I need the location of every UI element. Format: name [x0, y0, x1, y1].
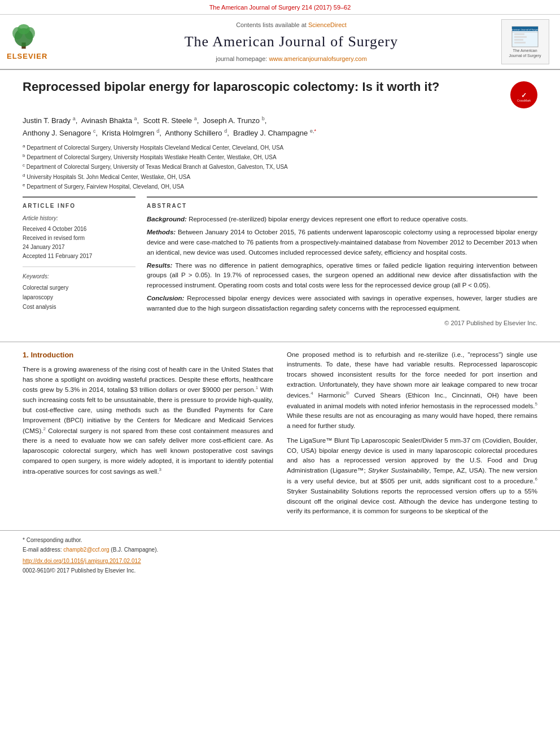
- journal-citation-text: The American Journal of Surgery 214 (201…: [209, 4, 351, 11]
- abstract-text: Background: Reprocessed (re-sterilized) …: [147, 215, 537, 327]
- body-left-col: 1. Introduction There is a growing aware…: [23, 350, 273, 521]
- author-2: Avinash Bhakta a,: [81, 116, 141, 125]
- revised-label: Received in revised form: [23, 234, 135, 243]
- author-8: Bradley J. Champagne e,*: [233, 129, 316, 137]
- affiliation-d: d University Hospitals St. John Medical …: [23, 172, 537, 181]
- journal-citation-bar: The American Journal of Surgery 214 (201…: [0, 0, 560, 15]
- email-line: E-mail address: champb2@ccf.org (B.J. Ch…: [23, 546, 537, 554]
- keyword-3: Cost analysis: [23, 302, 135, 312]
- abstract-column: ABSTRACT Background: Reprocessed (re-ste…: [147, 196, 537, 327]
- keyword-2: laparoscopy: [23, 292, 135, 302]
- author-6: Krista Holmgren d,: [102, 129, 163, 137]
- journal-logo-right-area: American Journal of Surgery The American…: [497, 19, 553, 64]
- article-main: Reprocessed bipolar energy for laparosco…: [0, 70, 560, 333]
- conclusion-text: Reprocessed bipolar energy devices were …: [147, 295, 537, 312]
- svg-text:American Journal of Surgery: American Journal of Surgery: [511, 28, 539, 31]
- elsevier-logo: ELSEVIER: [7, 22, 47, 62]
- journal-homepage-link[interactable]: www.americanjournalofsurgery.com: [269, 55, 366, 62]
- affiliation-b: b Department of Colorectal Surgery, Univ…: [23, 152, 537, 161]
- affiliations: a Department of Colorectal Surgery, Univ…: [23, 143, 537, 191]
- abstract-background: Background: Reprocessed (re-sterilized) …: [147, 215, 537, 225]
- journal-title-area: Contents lists available at ScienceDirec…: [86, 21, 497, 63]
- journal-homepage-line: journal homepage: www.americanjournalofs…: [86, 55, 497, 63]
- corresponding-email-link[interactable]: champb2@ccf.org: [63, 547, 109, 553]
- abstract-section: ABSTRACT Background: Reprocessed (re-ste…: [147, 196, 537, 327]
- elsevier-tree-icon: [7, 22, 41, 50]
- article-title: Reprocessed bipolar energy for laparosco…: [23, 79, 501, 95]
- right-intro-para-2: The LigaSure™ Blunt Tip Laparoscopic Sea…: [287, 436, 537, 517]
- svg-rect-12: [514, 42, 526, 43]
- right-intro-text: One proposed method is to refurbish and …: [287, 350, 537, 517]
- author-4: Joseph A. Trunzo b,: [203, 116, 267, 125]
- abstract-conclusion: Conclusion: Reprocessed bipolar energy d…: [147, 294, 537, 314]
- article-info-label: ARTICLE INFO: [23, 202, 135, 210]
- article-info-column: ARTICLE INFO Article history: Received 4…: [23, 196, 135, 327]
- keyword-1: Colorectal surgery: [23, 283, 135, 292]
- doi-line: http://dx.doi.org/10.1016/j.amjsurg.2017…: [23, 557, 537, 565]
- elsevier-logo-container: ELSEVIER: [7, 22, 86, 62]
- issn-line: 0002-9610/© 2017 Published by Elsevier I…: [23, 567, 537, 575]
- revised-date: 24 January 2017: [23, 243, 135, 252]
- methods-label: Methods:: [147, 229, 176, 235]
- results-label: Results:: [147, 262, 172, 269]
- article-info-section: ARTICLE INFO Article history: Received 4…: [23, 196, 135, 312]
- svg-point-4: [18, 24, 30, 34]
- intro-para-1: There is a growing awareness of the risi…: [23, 365, 273, 477]
- journal-cover-icon: American Journal of Surgery: [511, 25, 539, 48]
- abstract-label: ABSTRACT: [147, 202, 537, 210]
- keywords-label: Keywords:: [23, 273, 135, 281]
- author-5: Anthony J. Senagore c,: [23, 129, 100, 137]
- author-1: Justin T. Brady a,: [23, 116, 80, 125]
- elsevier-wordmark: ELSEVIER: [7, 51, 47, 62]
- svg-rect-9: [514, 33, 524, 35]
- crossmark-badge[interactable]: ✓ CrossMark: [510, 81, 537, 108]
- copyright-line: © 2017 Published by Elsevier Inc.: [147, 318, 537, 328]
- affiliation-c: c Department of Colorectal Surgery, Univ…: [23, 162, 537, 171]
- abstract-methods: Methods: Between January 2014 to October…: [147, 228, 537, 257]
- authors-line: Justin T. Brady a, Avinash Bhakta a, Sco…: [23, 114, 537, 139]
- article-title-row: Reprocessed bipolar energy for laparosco…: [23, 79, 537, 108]
- body-two-col: 1. Introduction There is a growing aware…: [0, 350, 560, 521]
- author-3: Scott R. Steele a,: [143, 116, 201, 125]
- svg-text:✓: ✓: [521, 91, 527, 99]
- journal-header: ELSEVIER Contents lists available at Sci…: [0, 15, 560, 70]
- science-direct-link[interactable]: ScienceDirect: [308, 21, 347, 28]
- received-date: Received 4 October 2016: [23, 225, 135, 234]
- results-text: There was no difference in patient demog…: [147, 262, 537, 289]
- background-label: Background:: [147, 216, 187, 222]
- section-divider: [0, 342, 560, 342]
- doi-link[interactable]: http://dx.doi.org/10.1016/j.amjsurg.2017…: [23, 558, 141, 564]
- right-intro-para-1: One proposed method is to refurbish and …: [287, 350, 537, 431]
- conclusion-label: Conclusion:: [147, 295, 184, 302]
- affiliation-e: e Department of Surgery, Fairview Hospit…: [23, 182, 537, 191]
- article-info-abstract-row: ARTICLE INFO Article history: Received 4…: [23, 196, 537, 327]
- accepted-date: Accepted 11 February 2017: [23, 252, 135, 261]
- corresponding-note: * Corresponding author.: [23, 536, 537, 544]
- body-right-col: One proposed method is to refurbish and …: [287, 350, 537, 521]
- methods-text: Between January 2014 to October 2015, 76…: [147, 229, 537, 256]
- journal-title: The American Journal of Surgery: [86, 32, 497, 52]
- svg-rect-11: [514, 39, 523, 41]
- abstract-results: Results: There was no difference in pati…: [147, 261, 537, 291]
- journal-logo-right-label: The AmericanJournal of Surgery: [509, 48, 541, 59]
- article-history-label: Article history:: [23, 215, 135, 222]
- contents-line: Contents lists available at ScienceDirec…: [86, 21, 497, 29]
- author-7: Anthony Schillero d,: [165, 129, 231, 137]
- background-text: Reprocessed (re-sterilized) bipolar ener…: [189, 216, 468, 222]
- crossmark-icon: ✓ CrossMark: [516, 87, 532, 103]
- affiliation-a: a Department of Colorectal Surgery, Univ…: [23, 143, 537, 152]
- svg-text:CrossMark: CrossMark: [517, 99, 531, 102]
- keywords-list: Colorectal surgery laparoscopy Cost anal…: [23, 283, 135, 312]
- article-history-dates: Received 4 October 2016 Received in revi…: [23, 225, 135, 267]
- introduction-heading: 1. Introduction: [23, 350, 273, 360]
- article-footer: * Corresponding author. E-mail address: …: [0, 530, 560, 578]
- introduction-text: There is a growing awareness of the risi…: [23, 365, 273, 477]
- svg-rect-10: [514, 36, 527, 38]
- journal-logo-right: American Journal of Surgery The American…: [501, 19, 549, 64]
